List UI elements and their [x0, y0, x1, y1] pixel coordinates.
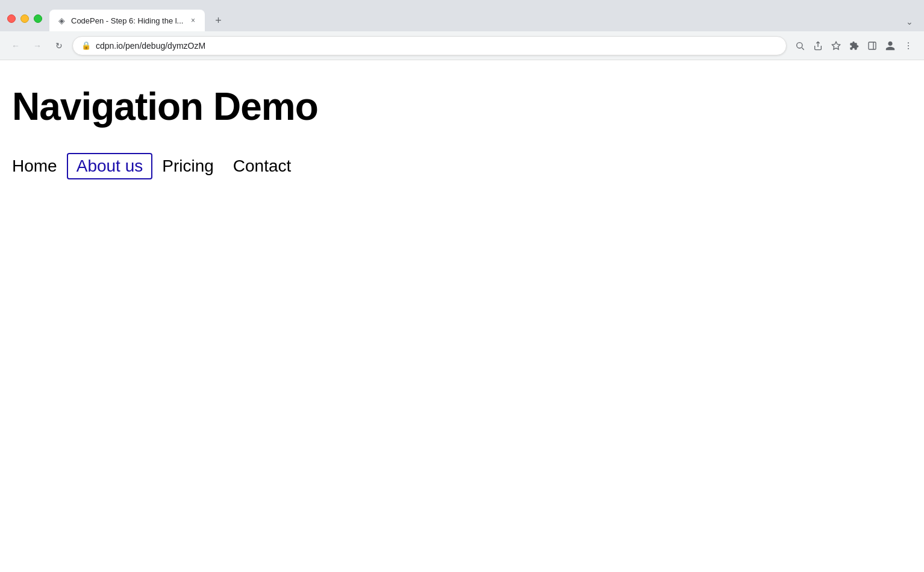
url-input[interactable]	[96, 41, 778, 51]
tabs-menu-icon[interactable]: ⌄	[902, 14, 917, 29]
bookmark-button[interactable]	[828, 37, 844, 54]
tab-close-button[interactable]: ×	[188, 16, 198, 25]
svg-point-5	[908, 42, 909, 43]
active-tab[interactable]: ◈ CodePen - Step 6: Hiding the l... ×	[49, 10, 205, 31]
navigation-links: Home About us Pricing Contact	[12, 153, 912, 179]
svg-point-0	[797, 42, 802, 48]
nav-actions	[791, 37, 917, 54]
profile-button[interactable]	[882, 37, 899, 54]
svg-marker-2	[832, 42, 840, 49]
search-button[interactable]	[791, 37, 808, 54]
svg-point-6	[908, 45, 909, 46]
browser-chrome: ◈ CodePen - Step 6: Hiding the l... × + …	[0, 0, 924, 60]
tab-favicon-icon: ◈	[57, 16, 66, 25]
extensions-button[interactable]	[846, 37, 863, 54]
svg-rect-3	[869, 42, 876, 49]
address-bar[interactable]: 🔒	[72, 36, 787, 55]
maximize-button[interactable]	[34, 14, 42, 23]
nav-link-about[interactable]: About us	[67, 153, 153, 179]
svg-line-1	[802, 48, 804, 49]
minimize-button[interactable]	[20, 14, 29, 23]
nav-bar: ← → ↻ 🔒	[0, 31, 924, 60]
nav-link-pricing[interactable]: Pricing	[152, 153, 223, 179]
back-button[interactable]: ←	[7, 37, 24, 54]
svg-point-7	[908, 48, 909, 49]
lock-icon: 🔒	[81, 41, 91, 50]
tab-end-controls: ⌄	[902, 14, 917, 29]
new-tab-button[interactable]: +	[210, 12, 226, 29]
page-title: Navigation Demo	[12, 84, 912, 129]
nav-link-home[interactable]: Home	[12, 153, 67, 179]
tab-bar: ◈ CodePen - Step 6: Hiding the l... × + …	[49, 6, 917, 31]
traffic-lights	[7, 14, 42, 23]
share-button[interactable]	[810, 37, 826, 54]
close-button[interactable]	[7, 14, 16, 23]
reload-button[interactable]: ↻	[51, 37, 67, 54]
page-content: Navigation Demo Home About us Pricing Co…	[0, 60, 924, 572]
more-options-button[interactable]	[900, 37, 917, 54]
tab-title: CodePen - Step 6: Hiding the l...	[71, 16, 183, 25]
nav-link-contact[interactable]: Contact	[223, 153, 301, 179]
forward-button[interactable]: →	[29, 37, 46, 54]
title-bar: ◈ CodePen - Step 6: Hiding the l... × + …	[0, 0, 924, 31]
sidebar-button[interactable]	[864, 37, 881, 54]
